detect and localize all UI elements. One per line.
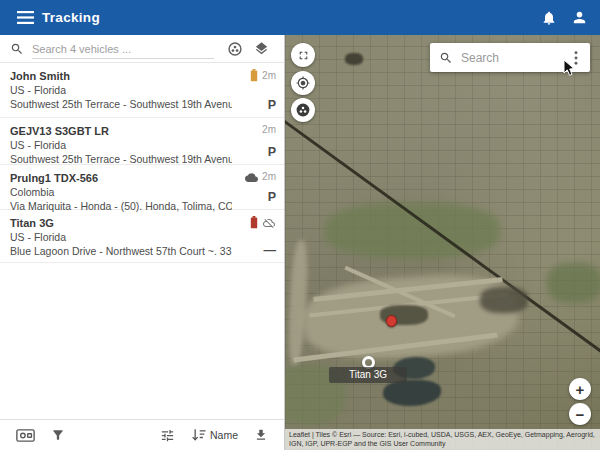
- layers-button[interactable]: [248, 41, 274, 56]
- hamburger-icon: [17, 11, 34, 24]
- last-update-time: 2m: [262, 171, 276, 182]
- map-canvas[interactable]: Titan 3G: [285, 35, 600, 450]
- vehicle-row-titan-3g[interactable]: Titan 3G US - Florida Blue Lagoon Drive …: [0, 210, 284, 263]
- green-area: [325, 203, 500, 258]
- vehicle-name: John Smith: [10, 69, 274, 83]
- building-block: [345, 53, 363, 65]
- bell-icon: [541, 10, 557, 26]
- search-icon: [10, 42, 24, 56]
- locate-icon: [296, 76, 310, 90]
- notifications-button[interactable]: [534, 0, 564, 35]
- search-icon: [439, 51, 453, 65]
- cloud-off-icon: [262, 217, 276, 229]
- video-monitor-button[interactable]: [8, 420, 43, 450]
- vehicle-name: GEJV13 S3GBT LR: [10, 124, 274, 138]
- filter-icon: [51, 428, 65, 442]
- green-area: [547, 263, 600, 303]
- map-search-input[interactable]: [461, 51, 566, 65]
- vehicle-region: US - Florida: [10, 83, 274, 97]
- hamburger-menu-button[interactable]: [8, 0, 42, 35]
- cloud-icon: [245, 172, 258, 182]
- vehicle-region: US - Florida: [10, 138, 274, 152]
- steering-wheel-icon: [295, 102, 311, 118]
- parking-status: P: [268, 146, 276, 158]
- fleet-view-button[interactable]: [291, 98, 315, 122]
- vehicle-list: John Smith US - Florida Southwest 25th T…: [0, 63, 284, 419]
- download-button[interactable]: [246, 420, 276, 450]
- page-title: Tracking: [42, 10, 100, 25]
- map-attribution: Leaflet | Tiles © Esri — Source: Esri, i…: [285, 429, 600, 450]
- vehicle-marker-red[interactable]: [386, 315, 397, 327]
- vehicle-list-panel: John Smith US - Florida Southwest 25th T…: [0, 35, 285, 450]
- vehicle-address: Blue Lagoon Drive - Northwest 57th Court…: [10, 244, 232, 258]
- fullscreen-icon: [297, 49, 310, 62]
- vehicle-search-row: [0, 35, 284, 63]
- minus-icon: −: [576, 407, 585, 422]
- locate-button[interactable]: [291, 71, 315, 95]
- last-update-time: 2m: [262, 70, 276, 81]
- person-icon: [571, 9, 588, 26]
- parking-status: P: [268, 191, 276, 203]
- account-button[interactable]: [564, 0, 594, 35]
- vehicle-row-john-smith[interactable]: John Smith US - Florida Southwest 25th T…: [0, 63, 284, 118]
- marker-label: Titan 3G: [329, 367, 407, 383]
- parking-status: P: [268, 99, 276, 111]
- vehicle-mode-button[interactable]: [222, 41, 248, 57]
- app-bar: Tracking: [0, 0, 600, 35]
- sort-button[interactable]: Name: [183, 420, 246, 450]
- vehicle-search-input[interactable]: [32, 41, 214, 59]
- vehicle-region: US - Florida: [10, 230, 274, 244]
- zoom-in-button[interactable]: +: [569, 378, 591, 400]
- last-update-time: 2m: [262, 124, 276, 135]
- plus-icon: +: [576, 382, 585, 397]
- sort-icon: [191, 428, 206, 442]
- vehicle-name: Titan 3G: [10, 216, 274, 230]
- vehicle-address: Southwest 25th Terrace - Southwest 19th …: [10, 152, 232, 166]
- list-toolbar: Name: [0, 419, 284, 450]
- vehicle-address: Southwest 25th Terrace - Southwest 19th …: [10, 97, 232, 111]
- zoom-out-button[interactable]: −: [569, 403, 591, 425]
- tracking-app: Tracking: [0, 0, 600, 450]
- download-icon: [254, 428, 268, 442]
- sort-label: Name: [210, 429, 238, 441]
- vehicle-row-gejv13[interactable]: GEJV13 S3GBT LR US - Florida Southwest 2…: [0, 118, 284, 165]
- vehicle-row-prulng1[interactable]: Prulng1 TDX-566 Colombia Via Mariquita -…: [0, 165, 284, 210]
- steering-wheel-icon: [227, 41, 243, 57]
- fullscreen-button[interactable]: [291, 43, 315, 67]
- layers-icon: [254, 41, 269, 56]
- mouse-cursor: [563, 59, 575, 77]
- video-monitor-icon: [16, 428, 35, 443]
- filter-button[interactable]: [43, 420, 73, 450]
- dark-area: [480, 287, 528, 313]
- battery-orange-icon: [250, 69, 258, 82]
- tune-icon: [160, 428, 175, 443]
- vehicle-region: Colombia: [10, 185, 274, 199]
- offline-dash: —: [264, 244, 277, 256]
- tune-button[interactable]: [152, 420, 183, 450]
- vehicle-name: Prulng1 TDX-566: [10, 171, 274, 185]
- battery-red-icon: [250, 216, 258, 229]
